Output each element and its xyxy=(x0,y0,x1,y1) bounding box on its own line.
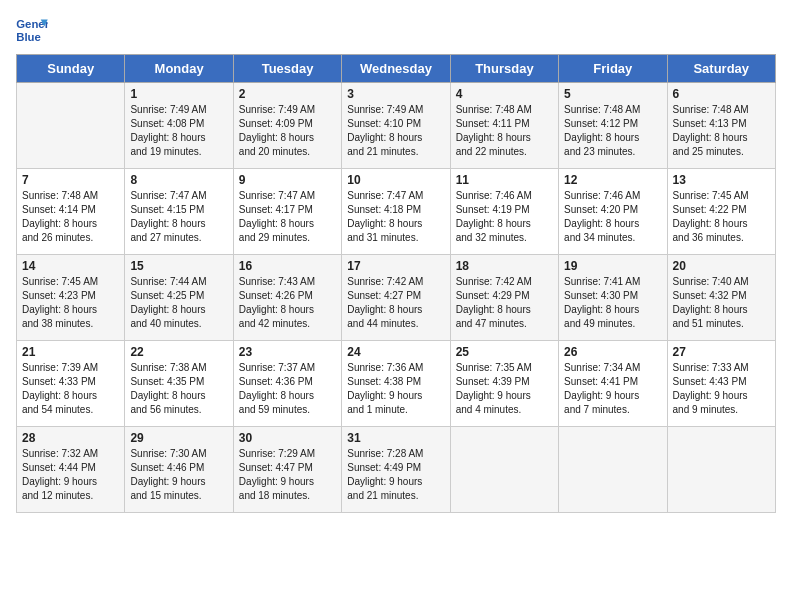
day-number: 7 xyxy=(22,173,119,187)
calendar-cell: 9Sunrise: 7:47 AMSunset: 4:17 PMDaylight… xyxy=(233,169,341,255)
calendar-cell: 3Sunrise: 7:49 AMSunset: 4:10 PMDaylight… xyxy=(342,83,450,169)
calendar-cell: 12Sunrise: 7:46 AMSunset: 4:20 PMDayligh… xyxy=(559,169,667,255)
day-number: 8 xyxy=(130,173,227,187)
calendar-cell: 29Sunrise: 7:30 AMSunset: 4:46 PMDayligh… xyxy=(125,427,233,513)
day-number: 23 xyxy=(239,345,336,359)
calendar-cell: 19Sunrise: 7:41 AMSunset: 4:30 PMDayligh… xyxy=(559,255,667,341)
day-info: Sunrise: 7:30 AMSunset: 4:46 PMDaylight:… xyxy=(130,447,227,503)
calendar-table: SundayMondayTuesdayWednesdayThursdayFrid… xyxy=(16,54,776,513)
calendar-cell: 24Sunrise: 7:36 AMSunset: 4:38 PMDayligh… xyxy=(342,341,450,427)
calendar-header: SundayMondayTuesdayWednesdayThursdayFrid… xyxy=(17,55,776,83)
calendar-cell: 27Sunrise: 7:33 AMSunset: 4:43 PMDayligh… xyxy=(667,341,775,427)
header-row: SundayMondayTuesdayWednesdayThursdayFrid… xyxy=(17,55,776,83)
calendar-cell: 2Sunrise: 7:49 AMSunset: 4:09 PMDaylight… xyxy=(233,83,341,169)
header-day-wednesday: Wednesday xyxy=(342,55,450,83)
calendar-cell: 21Sunrise: 7:39 AMSunset: 4:33 PMDayligh… xyxy=(17,341,125,427)
day-number: 18 xyxy=(456,259,553,273)
header-day-thursday: Thursday xyxy=(450,55,558,83)
calendar-cell: 15Sunrise: 7:44 AMSunset: 4:25 PMDayligh… xyxy=(125,255,233,341)
day-info: Sunrise: 7:48 AMSunset: 4:14 PMDaylight:… xyxy=(22,189,119,245)
calendar-cell: 8Sunrise: 7:47 AMSunset: 4:15 PMDaylight… xyxy=(125,169,233,255)
day-info: Sunrise: 7:46 AMSunset: 4:19 PMDaylight:… xyxy=(456,189,553,245)
calendar-cell: 4Sunrise: 7:48 AMSunset: 4:11 PMDaylight… xyxy=(450,83,558,169)
calendar-week-3: 14Sunrise: 7:45 AMSunset: 4:23 PMDayligh… xyxy=(17,255,776,341)
logo-icon: General Blue xyxy=(16,16,48,44)
day-number: 31 xyxy=(347,431,444,445)
day-info: Sunrise: 7:48 AMSunset: 4:11 PMDaylight:… xyxy=(456,103,553,159)
day-number: 25 xyxy=(456,345,553,359)
calendar-cell: 31Sunrise: 7:28 AMSunset: 4:49 PMDayligh… xyxy=(342,427,450,513)
day-info: Sunrise: 7:48 AMSunset: 4:12 PMDaylight:… xyxy=(564,103,661,159)
calendar-cell: 17Sunrise: 7:42 AMSunset: 4:27 PMDayligh… xyxy=(342,255,450,341)
day-number: 24 xyxy=(347,345,444,359)
day-number: 10 xyxy=(347,173,444,187)
day-number: 5 xyxy=(564,87,661,101)
header-day-friday: Friday xyxy=(559,55,667,83)
day-number: 27 xyxy=(673,345,770,359)
day-info: Sunrise: 7:29 AMSunset: 4:47 PMDaylight:… xyxy=(239,447,336,503)
day-number: 12 xyxy=(564,173,661,187)
day-number: 2 xyxy=(239,87,336,101)
day-info: Sunrise: 7:47 AMSunset: 4:15 PMDaylight:… xyxy=(130,189,227,245)
day-number: 22 xyxy=(130,345,227,359)
calendar-cell: 28Sunrise: 7:32 AMSunset: 4:44 PMDayligh… xyxy=(17,427,125,513)
calendar-cell xyxy=(667,427,775,513)
calendar-week-1: 1Sunrise: 7:49 AMSunset: 4:08 PMDaylight… xyxy=(17,83,776,169)
day-info: Sunrise: 7:48 AMSunset: 4:13 PMDaylight:… xyxy=(673,103,770,159)
day-number: 14 xyxy=(22,259,119,273)
svg-text:Blue: Blue xyxy=(16,31,41,43)
day-number: 20 xyxy=(673,259,770,273)
calendar-cell: 25Sunrise: 7:35 AMSunset: 4:39 PMDayligh… xyxy=(450,341,558,427)
calendar-cell: 23Sunrise: 7:37 AMSunset: 4:36 PMDayligh… xyxy=(233,341,341,427)
day-number: 4 xyxy=(456,87,553,101)
day-info: Sunrise: 7:45 AMSunset: 4:23 PMDaylight:… xyxy=(22,275,119,331)
calendar-cell xyxy=(450,427,558,513)
calendar-cell xyxy=(559,427,667,513)
calendar-cell: 7Sunrise: 7:48 AMSunset: 4:14 PMDaylight… xyxy=(17,169,125,255)
day-info: Sunrise: 7:49 AMSunset: 4:09 PMDaylight:… xyxy=(239,103,336,159)
day-info: Sunrise: 7:49 AMSunset: 4:10 PMDaylight:… xyxy=(347,103,444,159)
day-info: Sunrise: 7:47 AMSunset: 4:18 PMDaylight:… xyxy=(347,189,444,245)
logo: General Blue xyxy=(16,16,48,44)
calendar-week-4: 21Sunrise: 7:39 AMSunset: 4:33 PMDayligh… xyxy=(17,341,776,427)
day-number: 30 xyxy=(239,431,336,445)
day-info: Sunrise: 7:45 AMSunset: 4:22 PMDaylight:… xyxy=(673,189,770,245)
day-info: Sunrise: 7:42 AMSunset: 4:27 PMDaylight:… xyxy=(347,275,444,331)
day-info: Sunrise: 7:46 AMSunset: 4:20 PMDaylight:… xyxy=(564,189,661,245)
day-info: Sunrise: 7:39 AMSunset: 4:33 PMDaylight:… xyxy=(22,361,119,417)
calendar-cell: 1Sunrise: 7:49 AMSunset: 4:08 PMDaylight… xyxy=(125,83,233,169)
day-number: 6 xyxy=(673,87,770,101)
calendar-cell: 13Sunrise: 7:45 AMSunset: 4:22 PMDayligh… xyxy=(667,169,775,255)
header-day-tuesday: Tuesday xyxy=(233,55,341,83)
calendar-body: 1Sunrise: 7:49 AMSunset: 4:08 PMDaylight… xyxy=(17,83,776,513)
day-number: 3 xyxy=(347,87,444,101)
day-info: Sunrise: 7:33 AMSunset: 4:43 PMDaylight:… xyxy=(673,361,770,417)
day-number: 28 xyxy=(22,431,119,445)
header-day-saturday: Saturday xyxy=(667,55,775,83)
day-info: Sunrise: 7:42 AMSunset: 4:29 PMDaylight:… xyxy=(456,275,553,331)
day-info: Sunrise: 7:40 AMSunset: 4:32 PMDaylight:… xyxy=(673,275,770,331)
day-info: Sunrise: 7:43 AMSunset: 4:26 PMDaylight:… xyxy=(239,275,336,331)
calendar-cell: 14Sunrise: 7:45 AMSunset: 4:23 PMDayligh… xyxy=(17,255,125,341)
header-day-monday: Monday xyxy=(125,55,233,83)
day-info: Sunrise: 7:35 AMSunset: 4:39 PMDaylight:… xyxy=(456,361,553,417)
day-info: Sunrise: 7:36 AMSunset: 4:38 PMDaylight:… xyxy=(347,361,444,417)
day-info: Sunrise: 7:37 AMSunset: 4:36 PMDaylight:… xyxy=(239,361,336,417)
day-number: 9 xyxy=(239,173,336,187)
day-number: 1 xyxy=(130,87,227,101)
calendar-week-5: 28Sunrise: 7:32 AMSunset: 4:44 PMDayligh… xyxy=(17,427,776,513)
calendar-cell: 20Sunrise: 7:40 AMSunset: 4:32 PMDayligh… xyxy=(667,255,775,341)
calendar-cell: 11Sunrise: 7:46 AMSunset: 4:19 PMDayligh… xyxy=(450,169,558,255)
calendar-cell: 5Sunrise: 7:48 AMSunset: 4:12 PMDaylight… xyxy=(559,83,667,169)
day-info: Sunrise: 7:34 AMSunset: 4:41 PMDaylight:… xyxy=(564,361,661,417)
day-info: Sunrise: 7:47 AMSunset: 4:17 PMDaylight:… xyxy=(239,189,336,245)
calendar-cell: 10Sunrise: 7:47 AMSunset: 4:18 PMDayligh… xyxy=(342,169,450,255)
calendar-cell: 6Sunrise: 7:48 AMSunset: 4:13 PMDaylight… xyxy=(667,83,775,169)
day-number: 21 xyxy=(22,345,119,359)
day-number: 15 xyxy=(130,259,227,273)
day-number: 19 xyxy=(564,259,661,273)
header: General Blue xyxy=(16,16,776,44)
calendar-cell: 16Sunrise: 7:43 AMSunset: 4:26 PMDayligh… xyxy=(233,255,341,341)
calendar-cell: 30Sunrise: 7:29 AMSunset: 4:47 PMDayligh… xyxy=(233,427,341,513)
day-info: Sunrise: 7:28 AMSunset: 4:49 PMDaylight:… xyxy=(347,447,444,503)
